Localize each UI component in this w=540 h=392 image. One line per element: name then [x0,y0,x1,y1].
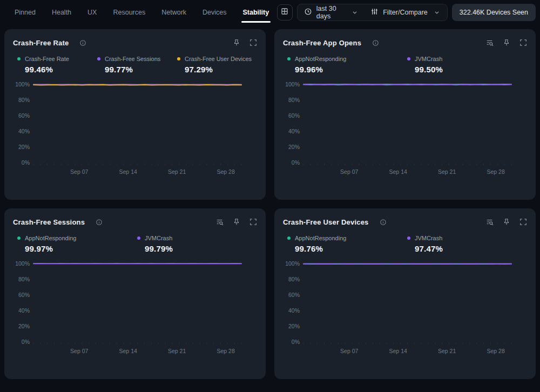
legend-label: AppNotResponding [295,56,346,62]
tab-network[interactable]: Network [153,0,194,25]
svg-text:40%: 40% [18,307,30,314]
legend-label: AppNotResponding [295,235,346,241]
tab-ux[interactable]: UX [79,0,105,25]
card-actions [233,39,257,46]
chart-area[interactable]: 100%80%60%40%20%0%Sep 07Sep 14Sep 21Sep … [283,255,527,375]
chart-area[interactable]: 100%80%60%40%20%0%Sep 07Sep 14Sep 21Sep … [283,76,527,195]
info-icon[interactable] [380,219,387,226]
pin-icon[interactable] [233,218,240,226]
legend-item[interactable]: Crash-Free User Devices97.29% [177,56,257,74]
card-title: Crash-Free Sessions [13,218,85,226]
card-actions [486,39,527,46]
svg-text:Sep 28: Sep 28 [217,168,234,175]
legend-dot [17,236,21,240]
list-search-icon[interactable] [216,218,224,226]
svg-text:Sep 07: Sep 07 [340,348,358,354]
info-icon[interactable] [96,219,103,226]
svg-text:20%: 20% [288,323,300,329]
svg-text:40%: 40% [18,128,30,134]
chart-area[interactable]: 100%80%60%40%20%0%Sep 07Sep 14Sep 21Sep … [13,255,257,375]
svg-text:Sep 14: Sep 14 [389,168,407,175]
legend-item[interactable]: JVMCrash99.79% [137,235,257,253]
svg-text:60%: 60% [288,112,300,119]
svg-text:Sep 14: Sep 14 [119,168,137,175]
dashboard-grid-button[interactable] [277,4,293,21]
svg-text:Sep 14: Sep 14 [389,348,407,354]
legend-value: 99.76% [295,244,407,253]
svg-text:0%: 0% [22,159,30,166]
legend-item[interactable]: AppNotResponding99.96% [287,56,407,74]
legend-value: 99.97% [25,244,137,253]
devices-seen-badge[interactable]: 322.46K Devices Seen [452,4,536,21]
topbar-controls: last 30 days Filter/Compare [277,4,536,21]
info-icon[interactable] [372,39,379,46]
svg-text:Sep 21: Sep 21 [168,168,186,175]
legend-label: Crash-Free Sessions [105,56,160,62]
tab-resources[interactable]: Resources [105,0,153,25]
svg-text:60%: 60% [288,292,300,298]
legend-value: 97.29% [185,65,257,74]
svg-text:Sep 14: Sep 14 [119,348,137,354]
chart-legend: AppNotResponding99.96%JVMCrash99.50% [283,56,527,74]
legend-dot [17,57,21,60]
legend-item[interactable]: AppNotResponding99.97% [17,235,137,253]
expand-icon[interactable] [519,39,527,46]
sliders-icon [370,8,379,17]
tab-pinned[interactable]: Pinned [6,0,44,25]
svg-text:60%: 60% [18,112,30,119]
legend-dot [97,57,100,60]
tab-stability[interactable]: Stability [235,0,278,25]
svg-text:80%: 80% [288,97,300,103]
svg-text:0%: 0% [292,159,300,166]
card-crash-free-user-devices: Crash-Free User Devices [274,208,536,379]
card-header: Crash-Free Rate [13,37,257,49]
tab-health[interactable]: Health [44,0,79,25]
time-range-dropdown[interactable]: last 30 days [304,5,359,20]
svg-text:Sep 21: Sep 21 [438,348,456,354]
svg-text:Sep 21: Sep 21 [168,348,186,354]
card-actions [486,218,527,226]
chart-area[interactable]: 100%80%60%40%20%0%Sep 07Sep 14Sep 21Sep … [13,76,257,195]
chart-legend: AppNotResponding99.76%JVMCrash97.47% [283,235,527,253]
filter-compare-label: Filter/Compare [383,9,428,16]
clock-icon [304,8,312,17]
svg-text:100%: 100% [285,81,300,87]
chart-legend: Crash-Free Rate99.46%Crash-Free Sessions… [13,56,257,74]
svg-text:60%: 60% [18,292,30,298]
expand-icon[interactable] [249,218,257,226]
legend-item[interactable]: Crash-Free Sessions99.77% [97,56,177,74]
card-header: Crash-Free Sessions [13,216,257,228]
filter-pill: last 30 days Filter/Compare [297,4,448,21]
pin-icon[interactable] [503,39,510,46]
svg-text:Sep 28: Sep 28 [487,348,504,354]
pin-icon[interactable] [233,39,240,46]
card-actions [216,218,257,226]
legend-dot [137,236,140,240]
legend-value: 99.50% [415,65,527,74]
tab-devices[interactable]: Devices [194,0,234,25]
svg-text:20%: 20% [18,144,30,150]
legend-item[interactable]: JVMCrash99.50% [407,56,527,74]
list-search-icon[interactable] [486,218,494,226]
legend-dot [407,57,410,60]
legend-item[interactable]: Crash-Free Rate99.46% [17,56,97,74]
pin-icon[interactable] [503,218,510,226]
legend-item[interactable]: AppNotResponding99.76% [287,235,407,253]
card-title: Crash-Free App Opens [283,39,361,47]
legend-value: 99.46% [25,65,97,74]
legend-label: JVMCrash [145,235,172,241]
chart-legend: AppNotResponding99.97%JVMCrash99.79% [13,235,257,253]
svg-text:0%: 0% [22,339,30,345]
filter-compare-dropdown[interactable]: Filter/Compare [370,8,441,17]
chevron-down-icon [433,9,441,16]
list-search-icon[interactable] [486,39,494,46]
legend-dot [407,236,410,240]
card-crash-free-app-opens: Crash-Free App Opens [274,29,536,200]
legend-value: 97.47% [415,244,527,253]
expand-icon[interactable] [519,218,527,226]
legend-item[interactable]: JVMCrash97.47% [407,235,527,253]
svg-text:80%: 80% [18,276,30,282]
info-icon[interactable] [79,39,86,46]
expand-icon[interactable] [249,39,257,46]
svg-text:Sep 28: Sep 28 [217,348,234,354]
